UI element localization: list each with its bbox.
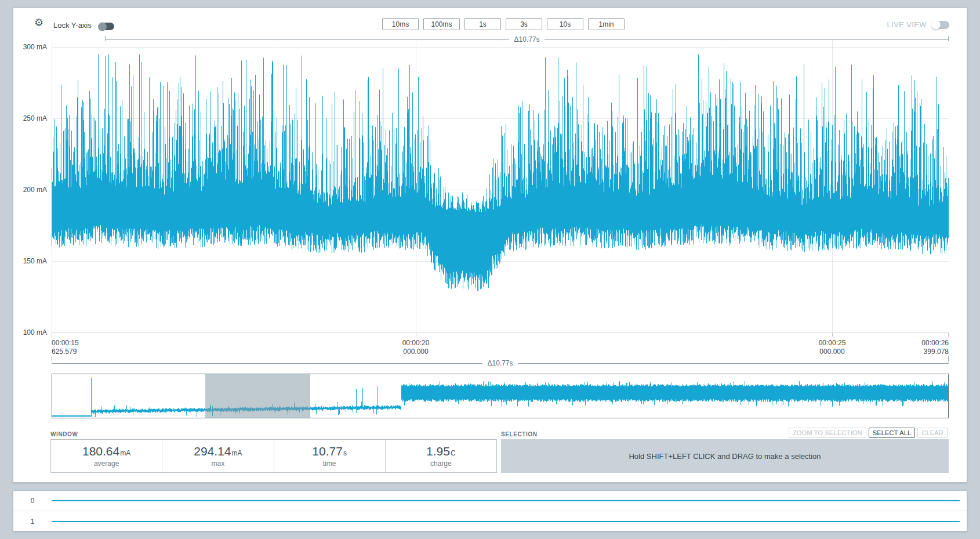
window-delta-ruler-bottom: Δ10.77s xyxy=(52,359,949,367)
x-label-time: 00:00:15 xyxy=(52,339,79,348)
digital-channel-row-1: 1 xyxy=(13,511,967,531)
stat-max: 294.14mA max xyxy=(162,440,273,472)
x-label-time: 00:00:25 xyxy=(797,339,867,348)
x-axis-label-25s: 00:00:25 000.000 xyxy=(797,339,867,356)
toggle-knob xyxy=(98,22,107,31)
digital-channel-label: 1 xyxy=(13,518,52,526)
stat-label: time xyxy=(323,460,336,468)
range-button-10s[interactable]: 10s xyxy=(547,18,583,30)
stat-charge: 1.95C charge xyxy=(385,440,496,472)
stat-label: charge xyxy=(430,460,452,468)
toggle-knob xyxy=(931,20,941,30)
range-button-100ms[interactable]: 100ms xyxy=(423,18,460,30)
stat-average: 180.64mA average xyxy=(51,440,162,472)
main-current-chart-canvas[interactable] xyxy=(52,40,949,332)
digital-channel-trace xyxy=(52,521,960,522)
range-button-1s[interactable]: 1s xyxy=(464,18,501,30)
ruler-end-tick xyxy=(52,356,52,361)
x-label-micros: 000.000 xyxy=(797,348,867,356)
live-view-label: LIVE VIEW xyxy=(887,20,927,29)
digital-channel-row-0: 0 xyxy=(13,491,967,511)
y-axis-tick-100: 100 mA xyxy=(13,328,47,337)
stat-label: average xyxy=(94,460,119,468)
selection-hint-panel: Hold SHIFT+LEFT CLICK and DRAG to make a… xyxy=(501,439,949,473)
y-axis-tick-200: 200 mA xyxy=(13,186,47,194)
x-axis-label-end: 00:00:26 399.078 xyxy=(879,339,949,356)
ruler-end-tick xyxy=(948,356,949,361)
stat-unit: mA xyxy=(120,449,130,457)
x-axis-tickmark xyxy=(948,333,949,337)
digital-channel-trace xyxy=(52,500,960,501)
stat-value: 1.95 xyxy=(426,444,450,458)
window-section-label: WINDOW xyxy=(50,431,78,437)
stat-unit: C xyxy=(451,449,456,457)
lock-y-axis-label: Lock Y-axis xyxy=(53,21,92,30)
range-button-3s[interactable]: 3s xyxy=(506,18,542,30)
range-button-1min[interactable]: 1min xyxy=(588,18,625,30)
stat-value: 180.64 xyxy=(82,444,119,458)
stat-unit: mA xyxy=(231,449,242,457)
clear-selection-button[interactable]: CLEAR xyxy=(917,428,948,438)
x-axis-tickmark xyxy=(416,333,416,337)
selection-actions: ZOOM TO SELECTION SELECT ALL CLEAR xyxy=(789,428,948,438)
digital-channel-label: 0 xyxy=(13,497,52,505)
ruler-line xyxy=(518,363,949,364)
minimap-canvas[interactable] xyxy=(52,374,948,418)
y-axis-tick-300: 300 mA xyxy=(13,43,47,51)
x-label-time: 00:00:20 xyxy=(381,339,451,348)
profiler-main-card: ⚙ Lock Y-axis 10ms 100ms 1s 3s 10s 1min … xyxy=(13,8,967,483)
y-axis-tick-250: 250 mA xyxy=(13,114,47,122)
x-label-micros: 000.000 xyxy=(381,348,451,356)
digital-channels-card: 0 1 xyxy=(13,490,967,531)
time-range-button-group: 10ms 100ms 1s 3s 10s 1min xyxy=(382,18,625,30)
x-axis-tickmark xyxy=(832,333,833,337)
y-axis-tick-150: 150 mA xyxy=(13,257,47,265)
window-delta-label-bottom: Δ10.77s xyxy=(482,359,517,367)
full-capture-minimap[interactable] xyxy=(52,374,949,418)
lock-y-axis-toggle[interactable] xyxy=(99,23,114,30)
stat-value: 10.77 xyxy=(312,444,343,458)
stat-label: max xyxy=(212,460,225,468)
selection-section-label: SELECTION xyxy=(501,431,538,437)
stat-value: 294.14 xyxy=(194,444,231,458)
range-button-10ms[interactable]: 10ms xyxy=(382,18,419,30)
stat-time: 10.77s time xyxy=(274,440,385,472)
live-view-control: LIVE VIEW xyxy=(887,20,949,29)
ruler-line xyxy=(52,363,482,364)
stat-unit: s xyxy=(343,449,347,457)
x-label-micros: 399.078 xyxy=(879,348,949,356)
x-label-time: 00:00:26 xyxy=(879,339,949,348)
zoom-to-selection-button[interactable]: ZOOM TO SELECTION xyxy=(789,428,866,438)
settings-gear-icon[interactable]: ⚙ xyxy=(34,16,43,29)
x-axis-tickmark xyxy=(52,333,52,337)
select-all-button[interactable]: SELECT ALL xyxy=(869,428,916,438)
selection-hint-text: Hold SHIFT+LEFT CLICK and DRAG to make a… xyxy=(629,452,821,461)
live-view-toggle[interactable] xyxy=(932,21,949,29)
window-stats-box: 180.64mA average 294.14mA max 10.77s tim… xyxy=(50,439,497,473)
x-axis-label-20s: 00:00:20 000.000 xyxy=(381,339,451,356)
x-axis-label-start: 00:00:15 625.579 xyxy=(52,339,79,356)
x-label-micros: 625.579 xyxy=(52,348,79,356)
minimap-highlight-region[interactable] xyxy=(205,374,310,418)
